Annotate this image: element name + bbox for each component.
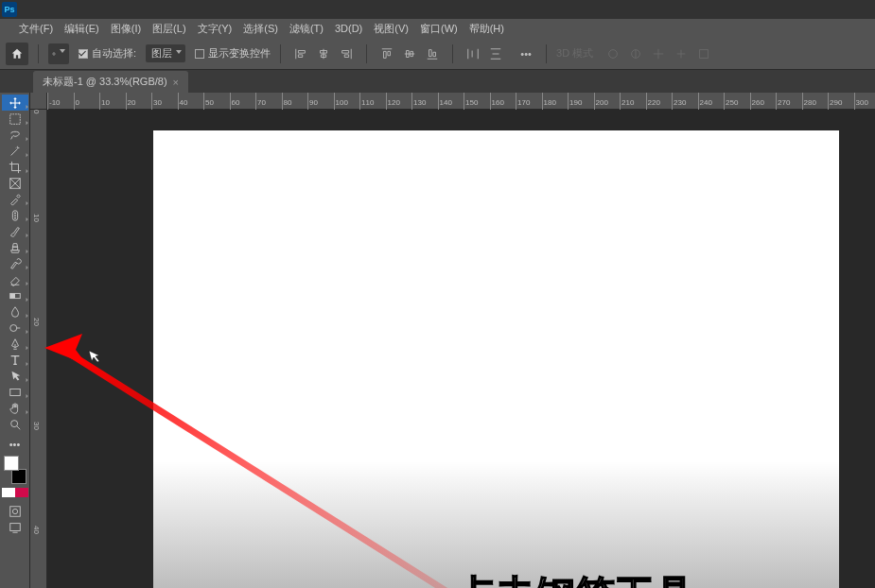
- spot-heal-tool[interactable]: [2, 207, 28, 223]
- clone-stamp-tool[interactable]: [2, 239, 28, 255]
- show-transform-option[interactable]: 显示变换控件: [195, 46, 271, 61]
- mouse-cursor-icon: [87, 350, 102, 365]
- orbit-3d-icon: [603, 43, 623, 64]
- eraser-tool[interactable]: [2, 271, 28, 287]
- hand-tool[interactable]: [2, 400, 28, 416]
- quick-color-row[interactable]: [2, 488, 28, 497]
- auto-select-option[interactable]: 自动选择:: [79, 46, 136, 61]
- app-logo: Ps: [2, 2, 17, 17]
- separator: [546, 44, 547, 63]
- menu-edit[interactable]: 编辑(E): [64, 22, 99, 36]
- svg-rect-12: [9, 389, 20, 395]
- lasso-tool[interactable]: [2, 127, 28, 143]
- distribute-group: [463, 43, 506, 64]
- svg-rect-16: [9, 523, 20, 530]
- zoom-tool[interactable]: [2, 416, 28, 432]
- document-tab[interactable]: 未标题-1 @ 33.3%(RGB/8) ×: [33, 71, 188, 93]
- pen-tool[interactable]: [2, 336, 28, 352]
- history-brush-tool[interactable]: [2, 255, 28, 271]
- dodge-tool[interactable]: [2, 320, 28, 336]
- separator: [366, 44, 367, 63]
- menu-layer[interactable]: 图层(L): [152, 22, 185, 36]
- menu-3d[interactable]: 3D(D): [335, 23, 362, 34]
- auto-select-label: 自动选择:: [92, 46, 136, 61]
- menu-image[interactable]: 图像(I): [111, 22, 141, 36]
- align-right-icon[interactable]: [336, 43, 357, 64]
- menu-help[interactable]: 帮助(H): [469, 22, 504, 36]
- brush-tool[interactable]: [2, 223, 28, 239]
- menu-filter[interactable]: 滤镜(T): [289, 22, 324, 36]
- slide-3d-icon: [671, 43, 691, 64]
- frame-tool[interactable]: [2, 175, 28, 191]
- annotation-caption: 点击钢笔工具: [456, 569, 694, 588]
- pan-3d-icon: [648, 43, 669, 64]
- mode-3d-label: 3D 模式: [556, 46, 593, 61]
- auto-select-checkbox[interactable]: [79, 49, 88, 59]
- tab-title: 未标题-1 @ 33.3%(RGB/8): [43, 75, 167, 89]
- show-transform-label: 显示变换控件: [208, 46, 271, 61]
- gradient-tool[interactable]: [2, 287, 28, 303]
- background-color[interactable]: [11, 469, 26, 484]
- eyedropper-tool[interactable]: [2, 191, 28, 207]
- align-center-h-icon[interactable]: [313, 43, 334, 64]
- svg-point-8: [14, 216, 16, 218]
- type-tool[interactable]: [2, 352, 28, 368]
- distribute-h-icon[interactable]: [463, 43, 483, 64]
- home-icon: [10, 47, 24, 61]
- options-bar: 自动选择: 图层 显示变换控件 ••• 3D 模式: [0, 38, 875, 70]
- svg-point-6: [14, 212, 16, 214]
- svg-rect-3: [9, 113, 20, 124]
- align-bottom-icon[interactable]: [422, 43, 443, 64]
- align-middle-icon[interactable]: [399, 43, 420, 64]
- separator: [452, 44, 453, 63]
- show-transform-checkbox[interactable]: [195, 49, 204, 59]
- svg-rect-10: [9, 293, 14, 298]
- move-icon: [52, 47, 56, 61]
- quick-mask-toggle[interactable]: [2, 503, 28, 519]
- separator: [280, 44, 281, 63]
- align-group: [290, 43, 357, 64]
- document-canvas[interactable]: 点击钢笔工具: [153, 130, 839, 588]
- color-swatches[interactable]: [2, 456, 28, 484]
- svg-point-11: [9, 324, 16, 331]
- distribute-v-icon[interactable]: [485, 43, 506, 64]
- align-top-icon[interactable]: [376, 43, 397, 64]
- svg-point-7: [14, 215, 16, 216]
- mode-3d-group: [603, 43, 714, 64]
- crop-tool[interactable]: [2, 159, 28, 175]
- svg-point-0: [609, 49, 618, 58]
- edit-toolbar[interactable]: •••: [2, 436, 28, 452]
- home-button[interactable]: [6, 43, 28, 65]
- ruler-horizontal[interactable]: -100102030405060708090100110120130140150…: [47, 93, 875, 110]
- move-tool-indicator[interactable]: [48, 43, 69, 64]
- move-tool[interactable]: [2, 95, 28, 111]
- menu-window[interactable]: 窗口(W): [420, 22, 458, 36]
- rectangle-tool[interactable]: [2, 384, 28, 400]
- menu-type[interactable]: 文字(Y): [198, 22, 233, 36]
- separator: [38, 44, 39, 63]
- align-v-group: [376, 43, 443, 64]
- menu-select[interactable]: 选择(S): [243, 22, 278, 36]
- magic-wand-tool[interactable]: [2, 143, 28, 159]
- svg-point-13: [10, 420, 17, 426]
- auto-select-target-dropdown[interactable]: 图层: [146, 44, 185, 62]
- tab-close-icon[interactable]: ×: [173, 77, 179, 88]
- align-left-icon[interactable]: [290, 43, 311, 64]
- svg-rect-2: [700, 49, 709, 58]
- more-options-icon[interactable]: •••: [516, 43, 536, 64]
- titlebar: Ps: [0, 0, 875, 19]
- marquee-tool[interactable]: [2, 111, 28, 127]
- toolbox: •••: [0, 93, 30, 588]
- menubar: 文件(F) 编辑(E) 图像(I) 图层(L) 文字(Y) 选择(S) 滤镜(T…: [0, 19, 875, 38]
- menu-file[interactable]: 文件(F): [19, 22, 53, 36]
- path-select-tool[interactable]: [2, 368, 28, 384]
- foreground-color[interactable]: [4, 456, 19, 471]
- blur-tool[interactable]: [2, 303, 28, 320]
- ruler-vertical[interactable]: 01020304050: [30, 110, 47, 588]
- svg-rect-14: [9, 506, 20, 516]
- menu-view[interactable]: 视图(V): [374, 22, 409, 36]
- screen-mode-toggle[interactable]: [2, 519, 28, 535]
- tab-strip: 未标题-1 @ 33.3%(RGB/8) ×: [0, 70, 875, 93]
- roll-3d-icon: [625, 43, 646, 64]
- canvas-area[interactable]: -100102030405060708090100110120130140150…: [30, 93, 875, 588]
